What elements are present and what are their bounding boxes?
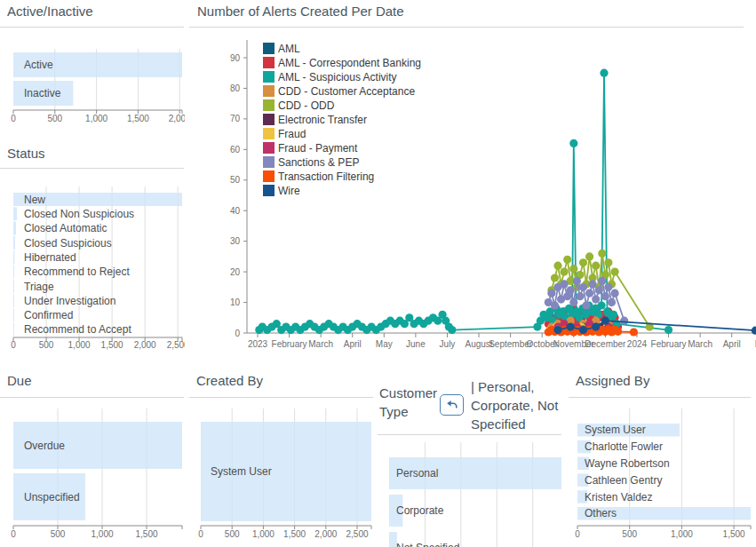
bar-label-unspecified: Unspecified: [24, 491, 80, 503]
x-tick-label: April: [344, 339, 362, 349]
bar-hibernated[interactable]: [13, 250, 14, 264]
legend-item-aml-correspondent-banking[interactable]: AML - Correspondent Banking: [263, 57, 421, 69]
legend-label: Fraud: [278, 128, 306, 140]
data-point: [561, 268, 569, 276]
bar-confirmed[interactable]: [13, 308, 14, 321]
legend-item-cdd-odd[interactable]: CDD - ODD: [263, 99, 335, 112]
x-tick-label: 1,500: [283, 529, 306, 539]
legend-label: AML - Suspicious Activity: [278, 71, 397, 83]
bar-triage[interactable]: [13, 280, 14, 293]
legend-item-transaction-filtering[interactable]: Transaction Filtering: [263, 170, 374, 183]
bar-label-under-investigation: Under Investigation: [24, 295, 115, 307]
data-point: [614, 328, 622, 336]
legend-label: AML: [278, 43, 300, 55]
bar-label-overdue: Overdue: [24, 440, 65, 452]
bar-label-personal: Personal: [396, 467, 438, 480]
bar-closed-non-suspicious[interactable]: [13, 207, 17, 220]
bar-label-kristen-valdez: Kristen Valdez: [585, 491, 652, 503]
x-tick-label: 500: [51, 529, 66, 539]
legend-item-sanctions-pep[interactable]: Sanctions & PEP: [263, 156, 359, 169]
x-tick-label: 500: [225, 529, 240, 539]
y-tick-label: 60: [230, 145, 241, 155]
y-tick-label: 30: [230, 236, 241, 246]
bar-recommend-to-reject[interactable]: [13, 266, 14, 279]
y-tick-label: 50: [230, 175, 241, 185]
x-tick-label: 1,000: [91, 529, 113, 539]
data-point: [553, 326, 561, 334]
bar-label-corporate: Corporate: [396, 504, 444, 517]
legend-item-cdd-customer-acceptance[interactable]: CDD - Customer Acceptance: [263, 85, 415, 98]
x-tick-label: 0: [11, 114, 16, 123]
data-point: [601, 317, 609, 325]
x-tick-label: 0: [575, 529, 580, 539]
data-point: [582, 301, 590, 309]
data-point: [561, 280, 569, 288]
x-tick-label: 1,500: [101, 340, 123, 350]
due-chart[interactable]: OverdueUnspecified05001,0001,500: [0, 398, 185, 547]
legend-item-aml-suspicious-activity[interactable]: AML - Suspicious Activity: [263, 71, 397, 83]
panel-divider: [189, 27, 744, 28]
bar-closed-suspicious[interactable]: [13, 236, 15, 250]
legend-item-fraud-payment[interactable]: Fraud - Payment: [263, 142, 358, 155]
data-point: [611, 289, 619, 297]
legend-swatch: [263, 128, 275, 139]
panel-title: Number of Alerts Created Per Date: [197, 4, 404, 19]
data-point: [579, 258, 587, 266]
panel-title: Active/Inactive: [7, 4, 93, 19]
assigned-by-chart[interactable]: System UserCharlotte FowlerWayne Roberts…: [569, 398, 756, 547]
legend-label: CDD - ODD: [278, 99, 335, 112]
legend-label: Sanctions & PEP: [278, 156, 359, 169]
bar-label-closed-automatic: Closed Automatic: [24, 222, 107, 234]
y-tick-label: 90: [230, 53, 241, 63]
legend-label: Fraud - Payment: [278, 142, 358, 155]
data-point: [620, 317, 628, 325]
data-point: [630, 328, 638, 336]
bar-label-charlotte-fowler: Charlotte Fowler: [585, 440, 663, 453]
data-point: [604, 258, 612, 266]
legend-item-wire[interactable]: Wire: [263, 185, 300, 197]
panel-divider: [0, 27, 184, 28]
legend-swatch: [263, 156, 275, 168]
x-tick-label: 1,000: [68, 340, 91, 350]
data-point: [600, 69, 608, 77]
x-tick-label: 1,000: [85, 114, 107, 123]
bar-label-not-specified: Not Specified: [396, 542, 459, 547]
legend-item-aml[interactable]: AML: [263, 43, 300, 55]
data-point: [598, 277, 606, 285]
x-tick-label: 2,500: [346, 529, 369, 539]
y-tick-label: 0: [235, 329, 240, 338]
undo-arrow-icon: [444, 398, 459, 412]
data-point: [551, 301, 559, 309]
bar-under-investigation[interactable]: [13, 294, 14, 307]
bar-recommend-to-accept[interactable]: [13, 323, 14, 337]
legend-label: CDD - Customer Acceptance: [278, 85, 415, 98]
bar-closed-automatic[interactable]: [13, 222, 16, 235]
x-tick-label: March: [308, 339, 333, 349]
x-tick-label: 1,500: [135, 529, 157, 539]
bar-label-inactive: Inactive: [24, 87, 61, 99]
active-inactive-chart[interactable]: ActiveInactive05001,0001,5002,000: [0, 31, 185, 133]
customer-type-chart[interactable]: PersonalCorporateNot Specified: [378, 435, 561, 547]
bar-label-active: Active: [24, 59, 53, 71]
legend-item-fraud[interactable]: Fraud: [263, 128, 306, 140]
bar-label-wayne-robertson: Wayne Robertson: [585, 457, 670, 470]
x-tick-label: July: [440, 339, 456, 349]
alerts-per-date-chart[interactable]: 01020304050607080902023FebruaryMarchApri…: [189, 31, 756, 355]
data-point: [604, 283, 612, 291]
legend-item-electronic-transfer[interactable]: Electronic Transfer: [263, 114, 367, 126]
data-point: [608, 298, 616, 306]
data-point: [579, 283, 587, 291]
panel-divider: [0, 168, 184, 169]
panel-customer-type: Customer Type | Personal, Corporate, Not…: [378, 369, 561, 547]
data-point: [585, 289, 593, 297]
status-chart[interactable]: NewClosed Non SuspiciousClosed Automatic…: [0, 170, 185, 355]
legend-swatch: [263, 170, 275, 182]
x-tick-label: June: [406, 339, 426, 349]
y-tick-label: 70: [230, 114, 241, 123]
legend-swatch: [263, 185, 275, 196]
selection-undo-button[interactable]: [440, 394, 464, 416]
bar-label-system-user: System User: [585, 424, 646, 436]
bar-label-triage: Triage: [24, 281, 54, 293]
created-by-chart[interactable]: System User05001,0001,5002,0002,500: [189, 398, 378, 547]
bar-label-new: New: [24, 194, 45, 206]
